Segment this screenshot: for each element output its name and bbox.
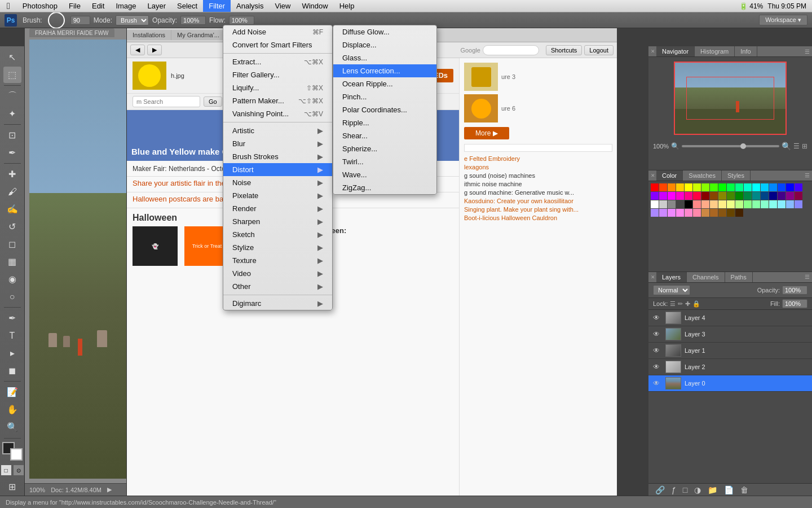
color-swatch[interactable] [676,209,684,217]
standard-mode-btn[interactable]: □ [1,465,11,475]
color-swatch[interactable] [668,183,676,191]
delete-layer-btn[interactable]: 🗑 [738,484,751,496]
file-menu[interactable]: File [63,0,86,12]
analysis-menu[interactable]: Analysis [231,0,269,12]
color-swatch[interactable] [668,192,676,200]
submenu-diffuse-glow[interactable]: Diffuse Glow... [333,25,436,38]
menu-extract[interactable]: Extract...⌥⌘X [223,55,332,68]
window-menu[interactable]: Window [296,0,333,12]
color-swatch[interactable] [744,183,752,191]
color-swatch[interactable] [786,200,794,208]
color-swatch[interactable] [735,183,743,191]
text-tool[interactable]: T [3,327,21,344]
layer-menu[interactable]: Layer [142,0,172,12]
menu-video[interactable]: Video▶ [223,267,332,280]
color-swatch[interactable] [718,209,726,217]
color-swatch[interactable] [651,192,659,200]
marquee-tool[interactable]: ⬚ [3,67,21,83]
view-menu[interactable]: View [270,0,297,12]
menu-pixelate[interactable]: Pixelate▶ [223,189,332,202]
eraser-tool[interactable]: ◻ [3,236,21,252]
healing-brush-tool[interactable]: ✚ [3,166,21,182]
link-kaosduino[interactable]: Kaosduino: Create your own kaosillitaor [464,198,612,204]
layer-1-visibility[interactable]: 👁 [653,347,662,354]
menu-add-noise[interactable]: Add Noise⌘F [223,25,332,38]
color-swatch[interactable] [795,192,802,200]
color-swatch[interactable] [718,183,726,191]
workspace-button[interactable]: Workspace ▾ [759,15,807,25]
menu-digimarc[interactable]: Digimarc▶ [223,297,332,310]
select-menu[interactable]: Select [171,0,203,12]
blur-tool[interactable]: ◉ [3,271,21,287]
hand-tool[interactable]: ✋ [3,401,21,418]
color-swatch[interactable] [701,200,709,208]
menu-liquify[interactable]: Liquify...⇧⌘X [223,81,332,94]
color-swatch[interactable] [752,200,760,208]
tab-swatches[interactable]: Swatches [683,170,722,181]
fx-btn[interactable]: ƒ [669,484,678,496]
color-swatch[interactable] [676,183,684,191]
quick-mask-btn[interactable]: ⊙ [14,465,24,475]
apple-menu[interactable]:  [0,0,17,12]
lock-position-icon[interactable]: ✚ [685,300,690,308]
pen-tool[interactable]: ✒ [3,310,21,326]
color-swatch[interactable] [735,192,743,200]
submenu-zigzag[interactable]: ZigZag... [333,181,436,194]
color-swatch[interactable] [693,209,701,217]
color-swatch[interactable] [659,192,667,200]
blend-mode-select[interactable]: Normal [653,285,690,295]
submenu-spherize[interactable]: Spherize... [333,142,436,155]
history-brush-tool[interactable]: ↺ [3,218,21,235]
color-swatch[interactable] [778,192,785,200]
tab-info[interactable]: Info [735,46,757,56]
color-swatch[interactable] [752,192,760,200]
expand-btn[interactable]: ▶ [107,486,112,493]
link-noise[interactable]: g sound (noise) machines [464,172,612,179]
tab-histogram[interactable]: Histogram [695,46,735,56]
group-btn[interactable]: 📁 [705,484,720,496]
tab-styles[interactable]: Styles [722,170,751,181]
menu-distort[interactable]: Distort▶ [223,163,332,176]
color-swatch[interactable] [727,183,735,191]
color-swatch[interactable] [701,192,709,200]
color-swatch[interactable] [761,183,769,191]
color-swatch[interactable] [701,209,709,217]
color-swatch[interactable] [718,192,726,200]
menu-other[interactable]: Other▶ [223,280,332,293]
layer-row-2[interactable]: 👁 Layer 2 [648,359,812,375]
color-swatch[interactable] [761,200,769,208]
submenu-ripple[interactable]: Ripple... [333,116,436,129]
menu-render[interactable]: Render▶ [223,202,332,215]
color-swatch[interactable] [786,183,794,191]
color-swatch[interactable] [752,183,760,191]
clone-stamp-tool[interactable]: ✍ [3,201,21,217]
link-hexagons[interactable]: lexagons [464,164,612,170]
tab-navigator[interactable]: Navigator [656,46,695,56]
submenu-glass[interactable]: Glass... [333,51,436,64]
nav-expand-icon[interactable]: ⊞ [802,142,807,150]
brush-preview[interactable] [48,12,65,29]
color-swatch[interactable] [795,183,802,191]
browser-search[interactable] [483,45,539,55]
nav-panel-options[interactable]: ☰ [802,46,812,56]
submenu-lens-correction[interactable]: Lens Correction... [333,64,436,77]
zoom-tool[interactable]: 🔍 [3,419,21,435]
browser-tab-grandma[interactable]: My Grandma'... [171,30,226,40]
submenu-polar-coordinates[interactable]: Polar Coordinates... [333,103,436,116]
link-layers-btn[interactable]: 🔗 [653,484,667,496]
color-swatch[interactable] [744,200,752,208]
color-swatch[interactable] [718,200,726,208]
new-layer-btn[interactable]: 📄 [722,484,736,496]
layer-row-4[interactable]: 👁 Layer 4 [648,310,812,326]
forward-button[interactable]: ▶ [147,45,162,55]
menu-texture[interactable]: Texture▶ [223,254,332,267]
link-singing-plant[interactable]: Singing plant. Make your plant sing with… [464,206,612,213]
nav-zoom-slider[interactable] [682,145,779,147]
link-felted[interactable]: e Felted Embroidery [464,155,612,162]
color-swatch[interactable] [744,192,752,200]
tab-paths[interactable]: Paths [725,272,753,282]
color-swatch[interactable] [659,209,667,217]
submenu-shear[interactable]: Shear... [333,129,436,142]
menu-blur[interactable]: Blur▶ [223,137,332,150]
edit-menu[interactable]: Edit [86,0,110,12]
